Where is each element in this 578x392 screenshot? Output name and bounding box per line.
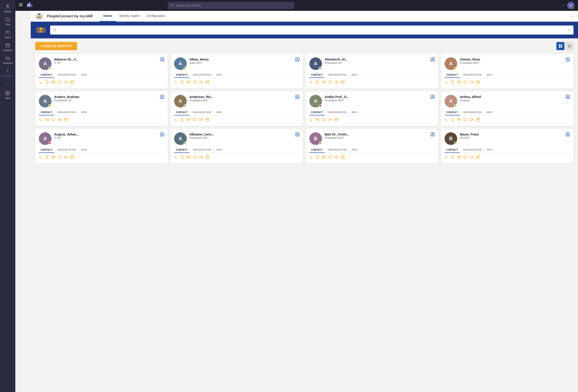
tab-organization[interactable]: ORGANIZATION — [55, 148, 78, 153]
chat-action-icon[interactable] — [193, 80, 197, 85]
search-clear-button[interactable]: ✕ — [568, 28, 571, 32]
video-action-icon[interactable] — [328, 118, 332, 122]
tab-organization[interactable]: ORGANIZATION — [326, 110, 348, 115]
chat-action-icon[interactable] — [328, 80, 332, 85]
calendar-action-icon[interactable] — [476, 80, 480, 85]
phone-action-icon[interactable] — [174, 80, 178, 85]
tab-info[interactable]: INFO — [485, 110, 494, 115]
email-action-icon[interactable] — [51, 155, 55, 160]
video-action-icon[interactable] — [335, 80, 338, 85]
sidebar-add-apps[interactable]: Apps — [0, 88, 15, 101]
calendar-action-icon[interactable] — [476, 118, 480, 122]
calendar-action-icon[interactable] — [206, 118, 209, 122]
tab-info[interactable]: INFO — [79, 148, 89, 153]
tab-info[interactable]: INFO — [214, 148, 224, 153]
tab-contact[interactable]: CONTACT — [39, 110, 54, 115]
calendar-action-icon[interactable] — [64, 118, 68, 122]
card-profile-button[interactable] — [431, 95, 435, 100]
chat-action-icon[interactable] — [193, 155, 197, 160]
nav-configuration[interactable]: Configuration — [143, 11, 169, 22]
top-search-input[interactable] — [175, 4, 291, 7]
card-profile-button[interactable] — [295, 95, 299, 100]
chat-action-icon[interactable] — [464, 80, 467, 85]
tab-contact[interactable]: CONTACT — [39, 73, 54, 78]
tab-info[interactable]: INFO — [79, 73, 89, 78]
tab-info[interactable]: INFO — [214, 110, 224, 115]
mobile-action-icon[interactable] — [451, 80, 454, 85]
phone-action-icon[interactable] — [39, 80, 43, 85]
video-action-icon[interactable] — [199, 118, 203, 122]
tab-organization[interactable]: ORGANIZATION — [55, 110, 78, 115]
list-view-button[interactable] — [565, 42, 574, 50]
grid-menu-icon[interactable] — [19, 3, 23, 8]
nav-home[interactable]: Home — [100, 11, 116, 22]
video-action-icon[interactable] — [470, 80, 474, 85]
calendar-action-icon[interactable] — [476, 155, 480, 160]
calendar-action-icon[interactable] — [341, 155, 344, 160]
calendar-action-icon[interactable] — [335, 118, 338, 122]
tab-info[interactable]: INFO — [485, 148, 494, 153]
email-action-icon[interactable] — [457, 155, 461, 160]
card-profile-button[interactable] — [160, 132, 164, 137]
mobile-action-icon[interactable] — [180, 118, 184, 122]
main-search-input[interactable] — [58, 28, 566, 32]
card-profile-button[interactable] — [431, 132, 435, 137]
tab-organization[interactable]: ORGANIZATION — [326, 73, 348, 78]
tab-contact[interactable]: CONTACT — [444, 73, 460, 78]
mobile-action-icon[interactable] — [316, 80, 319, 85]
app-header-more-button[interactable]: ··· — [570, 14, 574, 18]
email-action-icon[interactable] — [187, 80, 190, 85]
video-action-icon[interactable] — [64, 80, 68, 85]
phone-action-icon[interactable] — [174, 118, 178, 122]
tab-contact[interactable]: CONTACT — [444, 148, 460, 153]
sidebar-item-teams[interactable]: Teams — [0, 28, 15, 41]
mobile-action-icon[interactable] — [316, 155, 319, 160]
tab-contact[interactable]: CONTACT — [309, 73, 325, 78]
phone-action-icon[interactable] — [39, 118, 43, 122]
email-action-icon[interactable] — [322, 80, 326, 85]
mobile-action-icon[interactable] — [451, 118, 454, 122]
tab-organization[interactable]: ORGANIZATION — [55, 73, 78, 78]
mobile-action-icon[interactable] — [45, 155, 49, 160]
mobile-action-icon[interactable] — [180, 80, 184, 85]
chat-action-icon[interactable] — [58, 155, 61, 160]
tab-contact[interactable]: CONTACT — [309, 110, 325, 115]
phone-action-icon[interactable] — [444, 118, 448, 122]
sidebar-item-peopleconnect[interactable]: PeopleCon... — [0, 66, 15, 79]
chat-action-icon[interactable] — [193, 118, 197, 122]
email-action-icon[interactable] — [316, 118, 319, 122]
tab-info[interactable]: INFO — [350, 148, 359, 153]
tab-info[interactable]: INFO — [214, 73, 224, 78]
video-action-icon[interactable] — [199, 80, 203, 85]
card-profile-button[interactable] — [566, 95, 570, 100]
user-avatar[interactable]: U — [567, 2, 574, 9]
chat-action-icon[interactable] — [58, 80, 61, 85]
tab-contact[interactable]: CONTACT — [174, 110, 190, 115]
email-action-icon[interactable] — [187, 118, 190, 122]
calendar-action-icon[interactable] — [206, 80, 209, 85]
sidebar-item-onedrive[interactable]: OneDrive — [0, 53, 15, 66]
tab-contact[interactable]: CONTACT — [174, 73, 190, 78]
chat-action-icon[interactable] — [51, 118, 55, 122]
card-profile-button[interactable] — [431, 57, 435, 62]
card-profile-button[interactable] — [160, 95, 164, 100]
card-profile-button[interactable] — [160, 57, 164, 62]
grid-view-button[interactable] — [556, 42, 565, 50]
video-action-icon[interactable] — [199, 155, 203, 160]
sidebar-item-calendar[interactable]: Calendar — [0, 41, 15, 53]
tab-organization[interactable]: ORGANIZATION — [191, 110, 213, 115]
email-action-icon[interactable] — [457, 80, 461, 85]
tab-info[interactable]: INFO — [350, 73, 359, 78]
phone-action-icon[interactable] — [444, 80, 448, 85]
tab-info[interactable]: INFO — [485, 73, 494, 78]
phone-action-icon[interactable] — [309, 118, 313, 122]
email-action-icon[interactable] — [45, 118, 49, 122]
phone-action-icon[interactable] — [444, 155, 448, 160]
calendar-action-icon[interactable] — [70, 155, 74, 160]
chat-action-icon[interactable] — [322, 118, 326, 122]
chat-action-icon[interactable] — [464, 155, 467, 160]
tab-organization[interactable]: ORGANIZATION — [461, 110, 483, 115]
calendar-action-icon[interactable] — [206, 155, 209, 160]
mobile-action-icon[interactable] — [45, 80, 49, 85]
chat-action-icon[interactable] — [328, 155, 332, 160]
